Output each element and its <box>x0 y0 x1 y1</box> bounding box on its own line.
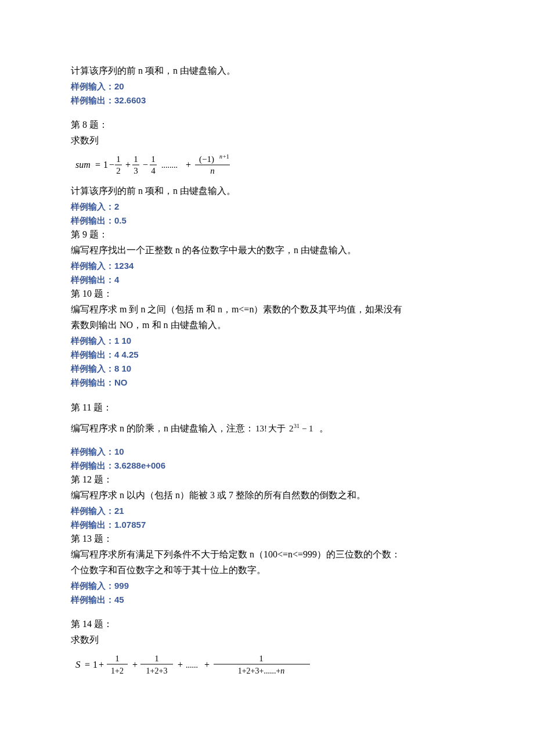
svg-text:+: + <box>125 160 131 170</box>
svg-text:31: 31 <box>294 423 300 429</box>
svg-text:+: + <box>204 660 210 669</box>
q9-sample-output: 样例输出：4 <box>71 273 463 286</box>
svg-text:13!: 13! <box>255 424 267 433</box>
svg-text:sum: sum <box>75 160 91 170</box>
q11-sample-output: 样例输出：3.6288e+006 <box>71 459 463 472</box>
q8-title: 第 8 题： <box>71 118 463 132</box>
value: 32.6603 <box>114 95 146 105</box>
label: 样例输入： <box>71 363 114 373</box>
q12-sample-output: 样例输出：1.07857 <box>71 518 463 531</box>
svg-text:−: − <box>302 424 306 433</box>
label: 样例输出： <box>71 350 114 359</box>
svg-text:=: = <box>85 660 90 669</box>
svg-text:n: n <box>219 153 222 160</box>
svg-text:1+2: 1+2 <box>111 667 124 675</box>
q8-subtitle: 求数列 <box>71 134 463 148</box>
q7-sample-input: 样例输入：20 <box>71 80 463 93</box>
svg-text:−: − <box>109 160 114 170</box>
q10-desc-line1: 编写程序求 m 到 n 之间（包括 m 和 n，m<=n）素数的个数及其平均值，… <box>71 303 463 317</box>
svg-text:......: ...... <box>186 661 198 669</box>
svg-text:+: + <box>132 660 138 669</box>
svg-text:1: 1 <box>103 160 108 170</box>
value: 21 <box>114 506 124 516</box>
q9-title: 第 9 题： <box>71 228 463 242</box>
svg-text:1: 1 <box>259 654 264 663</box>
svg-text:大于: 大于 <box>268 424 286 433</box>
value: 3.6288e+006 <box>114 460 165 470</box>
label: 样例输入： <box>71 506 114 516</box>
label: 样例输入： <box>71 81 114 91</box>
svg-text:1: 1 <box>134 154 138 164</box>
q10-title: 第 10 题： <box>71 287 463 301</box>
q10-sample-output-2: 样例输出：NO <box>71 376 463 389</box>
q10-sample-output-1: 样例输出：4 4.25 <box>71 348 463 361</box>
value: 1234 <box>114 261 134 271</box>
value: 10 <box>114 447 124 456</box>
label: 样例输出： <box>71 275 114 285</box>
q8-formula: sum = 1 − 1 2 + 1 3 − 1 4 ........ + (−1… <box>75 153 463 177</box>
q14-title: 第 14 题： <box>71 617 463 632</box>
q14-formula: S = 1 + 1 1+2 + 1 1+2+3 + ...... + 1 1+2… <box>75 652 463 676</box>
label: 样例输出： <box>71 460 114 470</box>
svg-text:1: 1 <box>151 154 156 164</box>
q11-title: 第 11 题： <box>71 401 463 415</box>
label: 样例输入： <box>71 447 114 456</box>
svg-text:+: + <box>186 160 191 170</box>
svg-text:(−1): (−1) <box>199 154 214 164</box>
svg-text:n: n <box>210 166 215 175</box>
svg-text:1+2+3+......+n: 1+2+3+......+n <box>238 667 285 675</box>
svg-text:3: 3 <box>134 166 138 175</box>
svg-text:1: 1 <box>116 154 121 164</box>
value: 20 <box>114 81 124 91</box>
label: 样例输出： <box>71 595 114 604</box>
q10-desc-line2: 素数则输出 NO，m 和 n 由键盘输入。 <box>71 318 463 333</box>
svg-text:1: 1 <box>93 660 98 669</box>
label: 样例输出： <box>71 520 114 530</box>
desc-after: 。 <box>319 423 329 433</box>
svg-text:1: 1 <box>115 654 120 663</box>
q12-desc: 编写程序求 n 以内（包括 n）能被 3 或 7 整除的所有自然数的倒数之和。 <box>71 488 463 503</box>
label: 样例输入： <box>71 261 114 271</box>
q13-sample-input: 样例输入：999 <box>71 579 463 592</box>
label: 样例输入： <box>71 581 114 591</box>
label: 样例输出： <box>71 215 114 225</box>
svg-text:S: S <box>75 659 81 670</box>
label: 样例输出： <box>71 95 114 105</box>
q10-sample-input-2: 样例输入：8 10 <box>71 362 463 375</box>
q11-sample-input: 样例输入：10 <box>71 445 463 458</box>
label: 样例输入： <box>71 336 114 345</box>
q10-sample-input-1: 样例输入：1 10 <box>71 334 463 347</box>
value: 45 <box>114 595 124 604</box>
document-page: 计算该序列的前 n 项和，n 由键盘输入。 样例输入：20 样例输出：32.66… <box>0 0 534 756</box>
svg-text:+: + <box>99 660 104 669</box>
q12-sample-input: 样例输入：21 <box>71 504 463 517</box>
q13-sample-output: 样例输出：45 <box>71 593 463 606</box>
q8-sample-input: 样例输入：2 <box>71 200 463 213</box>
svg-text:2: 2 <box>116 166 121 175</box>
value: 8 10 <box>114 363 131 373</box>
svg-text:1: 1 <box>154 654 159 663</box>
q14-subtitle: 求数列 <box>71 633 463 647</box>
q11-desc: 编写程序求 n 的阶乘，n 由键盘输入，注意： 13! 大于 2 31 − 1 … <box>71 422 463 437</box>
label: 样例输入： <box>71 201 114 211</box>
value: 1.07857 <box>114 520 146 530</box>
q12-title: 第 12 题： <box>71 473 463 487</box>
value: 999 <box>114 581 129 591</box>
value: 4 <box>114 275 119 285</box>
value: 2 <box>114 201 119 211</box>
q8-desc: 计算该序列的前 n 项和，n 由键盘输入。 <box>71 184 463 199</box>
q7-desc: 计算该序列的前 n 项和，n 由键盘输入。 <box>71 64 463 78</box>
q9-desc: 编写程序找出一个正整数 n 的各位数字中最大的数字，n 由键盘输入。 <box>71 243 463 258</box>
value: 4 4.25 <box>114 350 139 359</box>
svg-text:−: − <box>143 160 148 170</box>
svg-text:=: = <box>95 160 100 170</box>
desc-pre: 编写程序求 n 的阶乘，n 由键盘输入，注意： <box>71 423 254 433</box>
svg-text:2: 2 <box>289 424 294 433</box>
svg-text:........: ........ <box>161 161 178 170</box>
svg-text:1+2+3: 1+2+3 <box>146 667 168 675</box>
value: 0.5 <box>114 215 127 225</box>
q13-title: 第 13 题： <box>71 532 463 546</box>
value: NO <box>114 377 128 387</box>
q11-inline-formula: 13! 大于 2 31 − 1 <box>254 422 319 437</box>
q9-sample-input: 样例输入：1234 <box>71 259 463 272</box>
